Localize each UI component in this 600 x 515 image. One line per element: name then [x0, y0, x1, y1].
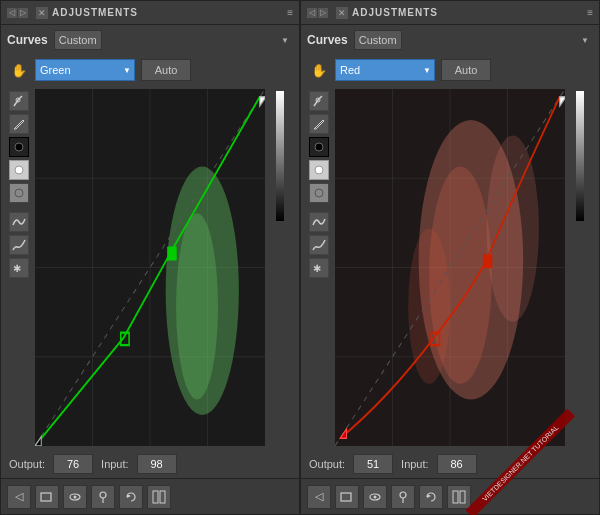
left-output-field[interactable] [53, 454, 93, 474]
svg-point-30 [315, 143, 323, 151]
svg-point-43 [408, 229, 450, 384]
left-graph-svg [35, 89, 265, 446]
svg-rect-20 [41, 493, 51, 501]
right-reset-tool[interactable]: ✱ [309, 258, 329, 278]
left-btn-split[interactable] [147, 485, 171, 509]
left-btn-pin[interactable] [91, 485, 115, 509]
smooth-tool[interactable] [9, 212, 29, 232]
right-input-field[interactable] [437, 454, 477, 474]
right-btn-rect[interactable] [335, 485, 359, 509]
svg-rect-27 [160, 491, 165, 503]
left-hand-tool-icon[interactable]: ✋ [9, 60, 29, 80]
right-smooth-tool[interactable] [309, 212, 329, 232]
svg-marker-55 [427, 494, 431, 498]
right-graph-svg [335, 89, 565, 446]
curve-tool-2[interactable] [9, 235, 29, 255]
gray-point-tool[interactable] [9, 183, 29, 203]
svg-point-23 [100, 492, 106, 498]
left-output-input-row: Output: Input: [1, 450, 299, 478]
right-channel-select[interactable]: Red Green Blue RGB [335, 59, 435, 81]
svg-rect-47 [483, 255, 491, 267]
svg-rect-57 [460, 491, 465, 503]
right-header-arrows: ◁ ▷ [307, 8, 328, 18]
right-preset-wrapper: Custom [354, 30, 593, 50]
left-channel-select[interactable]: Green Red Blue RGB [35, 59, 135, 81]
panels-container: ◁ ▷ ✕ ADJUSTMENTS ≡ Curves Custom ✋ [0, 0, 600, 515]
right-btn-split[interactable] [447, 485, 471, 509]
black-point-tool[interactable] [9, 137, 29, 157]
svg-point-14 [176, 213, 218, 399]
left-auto-button[interactable]: Auto [141, 59, 191, 81]
right-curves-label: Curves [307, 33, 348, 47]
left-btn-rect[interactable] [35, 485, 59, 509]
left-panel: ◁ ▷ ✕ ADJUSTMENTS ≡ Curves Custom ✋ [0, 0, 300, 515]
left-channel-row: ✋ Green Red Blue RGB Auto [1, 55, 299, 85]
left-panel-title: ADJUSTMENTS [52, 7, 138, 18]
right-gray-point-tool[interactable] [309, 183, 329, 203]
right-v-gradient [576, 91, 584, 221]
right-preset-select[interactable]: Custom [354, 30, 402, 50]
close-button-left[interactable]: ✕ [36, 7, 48, 19]
right-header-left: ◁ ▷ ✕ ADJUSTMENTS [307, 7, 438, 19]
left-graph-container[interactable]: △ [35, 89, 265, 446]
right-btn-back[interactable]: ◁ [307, 485, 331, 509]
svg-text:✱: ✱ [13, 263, 21, 274]
header-left: ◁ ▷ ✕ ADJUSTMENTS [7, 7, 138, 19]
svg-point-31 [315, 166, 323, 174]
right-output-label: Output: [309, 458, 345, 470]
right-btn-rotate[interactable] [419, 485, 443, 509]
svg-point-53 [400, 492, 406, 498]
right-curves-row: Curves Custom [301, 25, 599, 55]
right-curve-tool-2[interactable] [309, 235, 329, 255]
right-panel-title: ADJUSTMENTS [352, 7, 438, 18]
header-arrows: ◁ ▷ [7, 8, 28, 18]
right-edit-point-tool[interactable] [309, 91, 329, 111]
right-btn-eye[interactable] [363, 485, 387, 509]
right-btn-pin[interactable] [391, 485, 415, 509]
left-curves-row: Curves Custom [1, 25, 299, 55]
right-black-point-tool[interactable] [309, 137, 329, 157]
right-graph-container[interactable]: △ VIETDESIGNER.NET TUTORIAL [335, 89, 565, 446]
left-panel-menu-icon[interactable]: ≡ [287, 7, 293, 18]
left-output-label: Output: [9, 458, 45, 470]
pencil-tool[interactable] [9, 114, 29, 134]
edit-point-tool[interactable] [9, 91, 29, 111]
right-bottom-toolbar: ◁ [301, 478, 599, 514]
right-white-point-tool[interactable] [309, 160, 329, 180]
left-panel-header: ◁ ▷ ✕ ADJUSTMENTS ≡ [1, 1, 299, 25]
right-output-input-row: Output: Input: [301, 450, 599, 478]
left-curve-area: ✱ [1, 85, 299, 450]
right-collapse-left-arrow[interactable]: ◁ [307, 8, 317, 18]
reset-tool[interactable]: ✱ [9, 258, 29, 278]
svg-point-44 [487, 136, 539, 322]
svg-text:✱: ✱ [313, 263, 321, 274]
svg-marker-25 [127, 494, 131, 498]
svg-rect-56 [453, 491, 458, 503]
right-tools-graph: ✱ [309, 89, 591, 446]
right-pencil-tool[interactable] [309, 114, 329, 134]
left-input-field[interactable] [137, 454, 177, 474]
right-auto-button[interactable]: Auto [441, 59, 491, 81]
close-button-right[interactable]: ✕ [336, 7, 348, 19]
left-preset-select[interactable]: Custom [54, 30, 102, 50]
svg-point-52 [374, 495, 377, 498]
right-panel: ◁ ▷ ✕ ADJUSTMENTS ≡ Curves Custom ✋ [300, 0, 600, 515]
left-btn-back[interactable]: ◁ [7, 485, 31, 509]
right-channel-row: ✋ Red Green Blue RGB Auto [301, 55, 599, 85]
right-hand-tool-icon[interactable]: ✋ [309, 60, 329, 80]
left-curves-label: Curves [7, 33, 48, 47]
right-panel-menu-icon[interactable]: ≡ [587, 7, 593, 18]
svg-text:✋: ✋ [311, 62, 328, 79]
svg-point-32 [315, 189, 323, 197]
collapse-left-arrow[interactable]: ◁ [7, 8, 17, 18]
right-collapse-right-arrow[interactable]: ▷ [318, 8, 328, 18]
white-point-tool[interactable] [9, 160, 29, 180]
left-btn-rotate[interactable] [119, 485, 143, 509]
collapse-right-arrow[interactable]: ▷ [18, 8, 28, 18]
svg-point-2 [15, 143, 23, 151]
svg-rect-50 [341, 493, 351, 501]
svg-point-4 [15, 189, 23, 197]
left-tools: ✱ [9, 89, 31, 446]
right-output-field[interactable] [353, 454, 393, 474]
left-btn-eye[interactable] [63, 485, 87, 509]
